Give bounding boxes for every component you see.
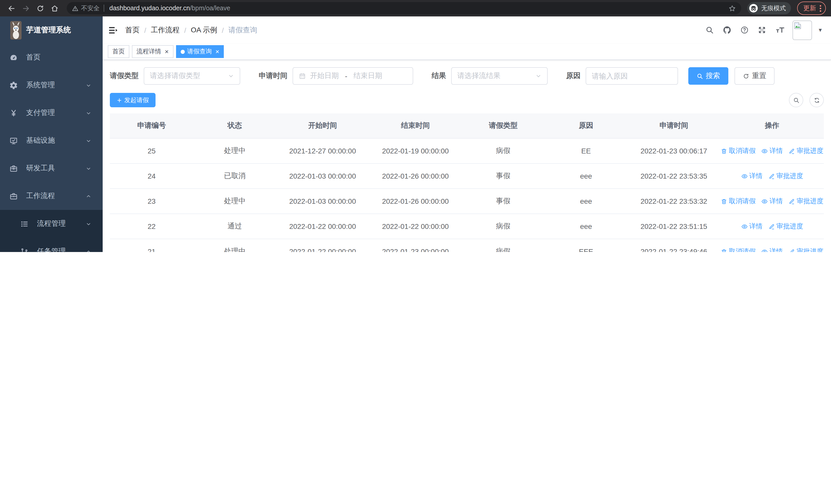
- action-detail-link[interactable]: 详情: [761, 146, 783, 155]
- column-header: 结束时间: [369, 113, 462, 138]
- cell-end: 2022-01-22 00:00:00: [369, 214, 462, 239]
- breadcrumb-item[interactable]: 首页: [125, 25, 140, 35]
- avatar-caret-icon[interactable]: ▼: [818, 27, 823, 33]
- app-logo[interactable]: 芋道管理系统: [0, 17, 103, 43]
- cell-applied: 2022-01-22 23:53:32: [628, 188, 720, 214]
- help-icon[interactable]: [740, 26, 749, 34]
- cell-start: 2022-01-03 00:00:00: [276, 188, 369, 214]
- breadcrumb-separator: /: [184, 26, 186, 34]
- action-detail-link[interactable]: 详情: [761, 197, 783, 206]
- leave-type-select[interactable]: 请选择请假类型: [144, 67, 240, 85]
- result-select[interactable]: 请选择流结果: [451, 67, 548, 85]
- toggle-search-button[interactable]: [789, 93, 803, 107]
- reason-label: 原因: [566, 71, 580, 81]
- sidebar: 芋道管理系统 首页系统管理支付管理基础设施研发工具工作流程流程管理任务管理我的流…: [0, 17, 103, 252]
- bookmark-star-icon[interactable]: [728, 4, 736, 12]
- cell-id: 21: [110, 239, 193, 252]
- sidebar-item-process-mgmt[interactable]: 流程管理: [0, 210, 103, 238]
- font-size-icon[interactable]: [775, 26, 784, 34]
- table-row: 25处理中2021-12-27 00:00:002022-01-19 00:00…: [110, 138, 824, 164]
- cell-id: 23: [110, 188, 193, 214]
- browser-toolbar: 不安全 dashboard.yudao.iocoder.cn/bpm/oa/le…: [0, 0, 831, 17]
- action-progress-link[interactable]: 审批进度: [789, 247, 823, 252]
- reason-input[interactable]: [592, 72, 672, 80]
- tab-home[interactable]: 首页: [108, 45, 130, 58]
- breadcrumb: 首页/工作流程/OA 示例/请假查询: [125, 25, 705, 35]
- sidebar-item-payment[interactable]: 支付管理: [0, 99, 103, 127]
- collapse-sidebar-icon[interactable]: [108, 25, 118, 35]
- create-leave-button[interactable]: 发起请假: [110, 93, 155, 107]
- not-secure-icon: [72, 5, 79, 11]
- action-detail-link[interactable]: 详情: [741, 171, 763, 181]
- close-icon[interactable]: ×: [215, 48, 219, 55]
- column-header: 状态: [193, 113, 276, 138]
- action-detail-link[interactable]: 详情: [761, 247, 783, 252]
- start-date-placeholder[interactable]: 开始日期: [310, 71, 339, 81]
- reason-field[interactable]: [586, 67, 678, 85]
- action-progress-link[interactable]: 审批进度: [768, 222, 803, 231]
- sidebar-item-label: 支付管理: [26, 108, 86, 118]
- sidebar-menu: 首页系统管理支付管理基础设施研发工具工作流程流程管理任务管理我的流程待办任务已办…: [0, 43, 103, 252]
- monitor-icon: [9, 136, 18, 145]
- fullscreen-icon[interactable]: [757, 26, 766, 34]
- cell-id: 24: [110, 164, 193, 188]
- sidebar-item-task-mgmt[interactable]: 任务管理: [0, 238, 103, 252]
- sidebar-item-workflow[interactable]: 工作流程: [0, 182, 103, 210]
- cell-status: 处理中: [193, 239, 276, 252]
- chevron-down-icon: [535, 73, 542, 79]
- breadcrumb-separator: /: [222, 26, 224, 34]
- breadcrumb-item[interactable]: 工作流程: [151, 25, 180, 35]
- column-header: 请假类型: [462, 113, 545, 138]
- sidebar-item-devtools[interactable]: 研发工具: [0, 154, 103, 182]
- github-icon[interactable]: [723, 26, 732, 34]
- chevron-down-icon: [86, 166, 91, 171]
- apply-time-range-picker[interactable]: 开始日期 - 结束日期: [292, 67, 413, 85]
- back-icon[interactable]: [5, 2, 18, 14]
- action-progress-link[interactable]: 审批进度: [789, 146, 823, 155]
- forward-icon[interactable]: [20, 2, 32, 14]
- browser-update-button[interactable]: 更新: [797, 2, 826, 15]
- reset-button[interactable]: 重置: [735, 67, 775, 85]
- tab-label: 请假查询: [187, 47, 212, 56]
- tab-process-detail[interactable]: 流程详情×: [132, 45, 173, 58]
- refresh-table-button[interactable]: [809, 93, 824, 107]
- security-label[interactable]: 不安全: [81, 4, 99, 12]
- cell-end: 2022-01-19 00:00:00: [369, 138, 462, 164]
- end-date-placeholder[interactable]: 结束日期: [353, 71, 382, 81]
- search-icon[interactable]: [705, 26, 714, 34]
- tab-leave-query[interactable]: 请假查询×: [176, 45, 224, 58]
- action-progress-link[interactable]: 审批进度: [789, 197, 823, 206]
- sidebar-item-label: 首页: [26, 53, 103, 62]
- close-icon[interactable]: ×: [165, 48, 169, 55]
- url-text[interactable]: dashboard.yudao.iocoder.cn/bpm/oa/leave: [109, 5, 728, 12]
- column-header: 开始时间: [276, 113, 369, 138]
- table-toolbar: 发起请假: [110, 93, 824, 107]
- action-detail-link[interactable]: 详情: [741, 222, 763, 231]
- address-bar[interactable]: 不安全 dashboard.yudao.iocoder.cn/bpm/oa/le…: [67, 2, 741, 14]
- sidebar-item-infra[interactable]: 基础设施: [0, 127, 103, 154]
- breadcrumb-item[interactable]: OA 示例: [191, 25, 218, 35]
- create-leave-label: 发起请假: [124, 96, 149, 105]
- column-header: 操作: [720, 113, 824, 138]
- reload-icon[interactable]: [34, 2, 46, 14]
- sidebar-item-system[interactable]: 系统管理: [0, 71, 103, 99]
- leave-type-label: 请假类型: [110, 71, 139, 81]
- table-row: 21处理中2022-01-22 00:00:002022-01-23 00:00…: [110, 239, 824, 252]
- column-header: 原因: [545, 113, 628, 138]
- action-cancel-link[interactable]: 取消请假: [721, 197, 755, 206]
- action-cancel-link[interactable]: 取消请假: [721, 247, 755, 252]
- avatar[interactable]: [793, 20, 812, 40]
- sidebar-item-label: 系统管理: [26, 81, 86, 90]
- result-label: 结果: [432, 71, 446, 81]
- cell-applied: 2022-01-22 23:53:35: [628, 164, 720, 188]
- apply-time-label: 申请时间: [259, 71, 287, 81]
- cell-applied: 2022-01-22 23:51:15: [628, 214, 720, 239]
- cell-start: 2022-01-22 00:00:00: [276, 239, 369, 252]
- chevron-down-icon: [86, 82, 91, 88]
- browser-menu-icon[interactable]: [820, 5, 821, 11]
- sidebar-item-home[interactable]: 首页: [0, 43, 103, 71]
- action-cancel-link[interactable]: 取消请假: [721, 146, 755, 155]
- action-progress-link[interactable]: 审批进度: [768, 171, 803, 181]
- home-icon[interactable]: [48, 2, 61, 14]
- search-button[interactable]: 搜索: [688, 67, 728, 85]
